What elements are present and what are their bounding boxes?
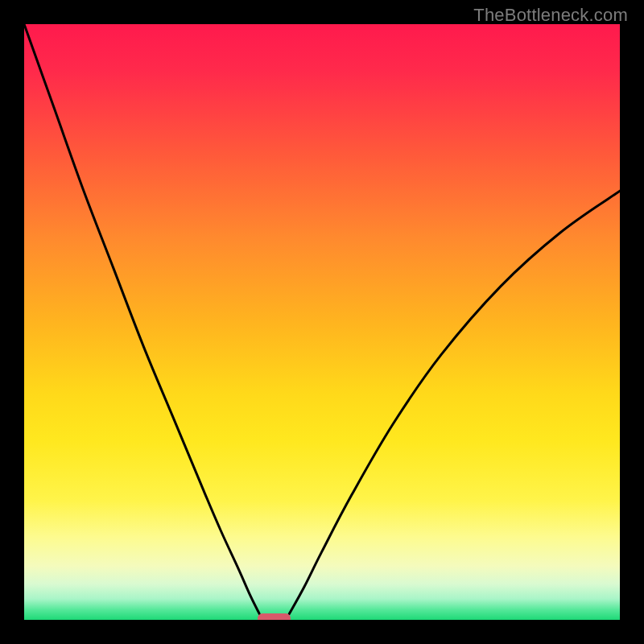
chart-frame: TheBottleneck.com [0,0,644,644]
curve-right-branch [289,191,620,613]
bottleneck-marker [258,613,291,620]
plot-area [24,24,620,620]
curve-layer [24,24,620,620]
watermark-text: TheBottleneck.com [473,5,628,26]
curve-left-branch [24,24,259,614]
